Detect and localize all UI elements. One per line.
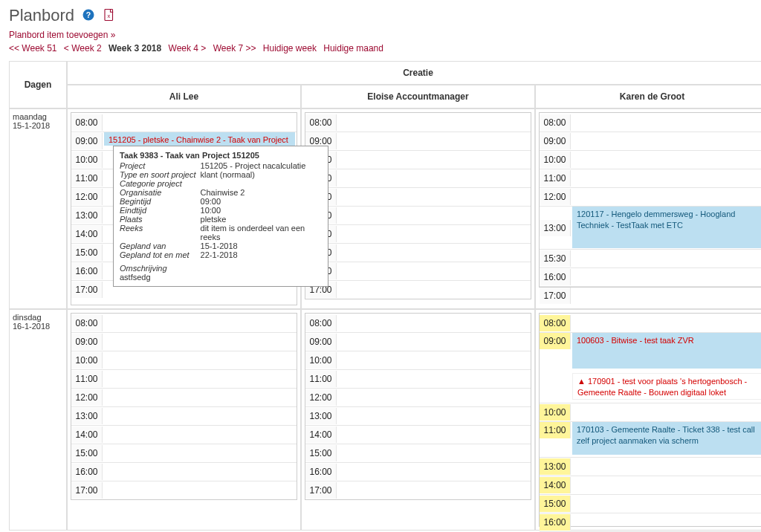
export-excel-icon[interactable]: x <box>103 8 116 24</box>
hour-label: 15:00 <box>71 445 103 461</box>
day-label-mon: maandag 15-1-2018 <box>9 108 67 309</box>
hour-label: 16:00 <box>305 464 337 480</box>
tooltip-key: Plaats <box>120 215 201 224</box>
day-date: 15-1-2018 <box>13 121 63 130</box>
hour-label: 08:00 <box>540 315 571 331</box>
nav-current: Week 3 2018 <box>109 43 161 53</box>
hour-label: 10:00 <box>305 352 337 369</box>
tooltip-key: Begintijd <box>120 197 201 206</box>
tooltip-title: Taak 9383 - Taak van Project 151205 <box>120 151 322 160</box>
tooltip-val: 10:00 <box>201 206 322 215</box>
add-item-link[interactable]: Planbord item toevoegen <box>9 30 108 40</box>
day-name: dinsdag <box>13 313 63 322</box>
tooltip-val <box>201 179 322 188</box>
hour-label: 11:00 <box>305 371 337 387</box>
hour-label: 09:00 <box>540 133 571 149</box>
schedule-karen-mon[interactable]: 08:00 09:00 10:00 11:00 12:00 13:00 15:3… <box>539 112 761 288</box>
event-karen-tue-a[interactable]: 100603 - Bitwise - test taak ZVR <box>572 333 761 369</box>
event-karen-mon[interactable]: 120117 - Hengelo demmersweg - Hoogland T… <box>572 207 761 248</box>
col-person2-header: Eloise Accountmanager <box>301 85 535 108</box>
group-header: Creatie <box>67 61 761 85</box>
hour-label: 17:00 <box>540 288 571 304</box>
hour-label: 13:00 <box>305 408 337 424</box>
nav-today-month[interactable]: Huidige maand <box>323 43 383 53</box>
tooltip-val: Chainwise 2 <box>201 188 322 197</box>
hour-label: 09:00 <box>305 334 337 350</box>
schedule-eloise-tue[interactable]: 08:00 09:00 10:00 11:00 12:00 13:00 14:0… <box>305 313 531 500</box>
tooltip-key: Type en soort project <box>120 170 201 179</box>
hour-label: 11:00 <box>71 371 103 387</box>
schedule-eloise-mon[interactable]: 08:00 09:00 10:00 11:00 12:00 13:00 14:0… <box>305 112 531 299</box>
hour-label: 10:00 <box>71 152 103 168</box>
hour-label: 14:00 <box>305 426 337 443</box>
event-tooltip: Taak 9383 - Taak van Project 151205 Proj… <box>113 146 328 287</box>
nav-next1[interactable]: Week 4 > <box>169 43 207 53</box>
col-person3-header: Karen de Groot <box>535 85 761 108</box>
tooltip-key: Project <box>120 161 201 170</box>
nav-today-week[interactable]: Huidige week <box>263 43 317 53</box>
hour-label: 15:00 <box>305 445 337 461</box>
tooltip-key: Organisatie <box>120 188 201 197</box>
hour-label: 08:00 <box>305 114 337 131</box>
hour-label: 11:00 <box>540 170 571 186</box>
tooltip-key: Gepland van <box>120 241 201 250</box>
hour-label: 10:00 <box>71 352 103 369</box>
hour-label: 17:00 <box>305 482 337 499</box>
tooltip-desc-value: astfsedg <box>120 273 322 282</box>
hour-label: 09:00 <box>540 333 571 349</box>
tooltip-val: 09:00 <box>201 197 322 206</box>
hour-label: 10:00 <box>540 404 571 421</box>
tooltip-key: Categorie project <box>120 179 201 188</box>
hour-label: 16:00 <box>540 269 571 285</box>
day-name: maandag <box>13 112 63 121</box>
hour-label: 10:00 <box>540 152 571 168</box>
schedule-ali-mon[interactable]: 08:00 09:00 10:00 11:00 12:00 13:00 14:0… <box>71 112 297 305</box>
hour-label: 17:00 <box>71 482 103 499</box>
event-ali-mon[interactable]: 151205 - pletske - Chainwise 2 - Taak va… <box>104 132 295 146</box>
hour-label: 15:00 <box>71 244 103 261</box>
add-item-arrow-icon: » <box>111 30 116 40</box>
hour-label: 11:00 <box>540 422 571 438</box>
hour-label: 12:00 <box>71 389 103 406</box>
hour-label: 11:00 <box>71 170 103 186</box>
col-days-header: Dagen <box>9 61 67 108</box>
nav-prev2[interactable]: << Week 51 <box>9 43 57 53</box>
hour-label: 13:00 <box>540 458 571 475</box>
help-icon[interactable]: ? <box>82 8 95 24</box>
tooltip-val: 22-1-2018 <box>201 250 322 259</box>
hour-label: 08:00 <box>71 315 103 331</box>
svg-text:?: ? <box>86 10 91 19</box>
page-title: Planbord <box>9 6 74 25</box>
hour-label: 14:00 <box>540 477 571 493</box>
hour-label: 13:00 <box>540 220 571 236</box>
nav-next2[interactable]: Week 7 >> <box>213 43 256 53</box>
hour-label: 12:00 <box>305 389 337 406</box>
tooltip-val: dit item is onderdeel van een reeks <box>201 224 322 241</box>
svg-text:x: x <box>107 12 110 19</box>
hour-label: 12:00 <box>540 189 571 205</box>
tooltip-val: 15-1-2018 <box>201 241 322 250</box>
week-nav: << Week 51 < Week 2 Week 3 2018 Week 4 >… <box>9 43 752 53</box>
event-karen-tue-c[interactable]: 170103 - Gemeente Raalte - Ticket 338 - … <box>572 422 761 455</box>
day-date: 16-1-2018 <box>13 322 63 331</box>
tooltip-val: klant (normaal) <box>201 170 322 179</box>
tooltip-key: Gepland tot en met <box>120 250 201 259</box>
schedule-ali-tue[interactable]: 08:00 09:00 10:00 11:00 12:00 13:00 14:0… <box>71 313 297 500</box>
schedule-karen-tue[interactable]: 08:00 09:00 10:00 11:00 13:00 14:00 15:0… <box>539 313 761 527</box>
hour-label: 14:00 <box>71 426 103 443</box>
planboard-table: Dagen Creatie Ali Lee Eloise Accountmana… <box>9 61 761 531</box>
event-karen-tue-b[interactable]: ▲ 170901 - test voor plaats 's hertogenb… <box>572 373 761 400</box>
hour-label: 16:00 <box>71 464 103 480</box>
hour-label: 13:00 <box>71 408 103 424</box>
hour-label: 13:00 <box>71 207 103 224</box>
hour-label: 15:30 <box>540 250 571 267</box>
hour-label: 12:00 <box>71 189 103 205</box>
col-person1-header: Ali Lee <box>67 85 301 108</box>
hour-label: 09:00 <box>71 334 103 350</box>
tooltip-key: Eindtijd <box>120 206 201 215</box>
hour-label: 15:00 <box>540 496 571 512</box>
hour-label: 14:00 <box>71 226 103 242</box>
hour-label: 08:00 <box>71 114 103 131</box>
nav-prev1[interactable]: < Week 2 <box>64 43 102 53</box>
hour-label: 08:00 <box>305 315 337 331</box>
